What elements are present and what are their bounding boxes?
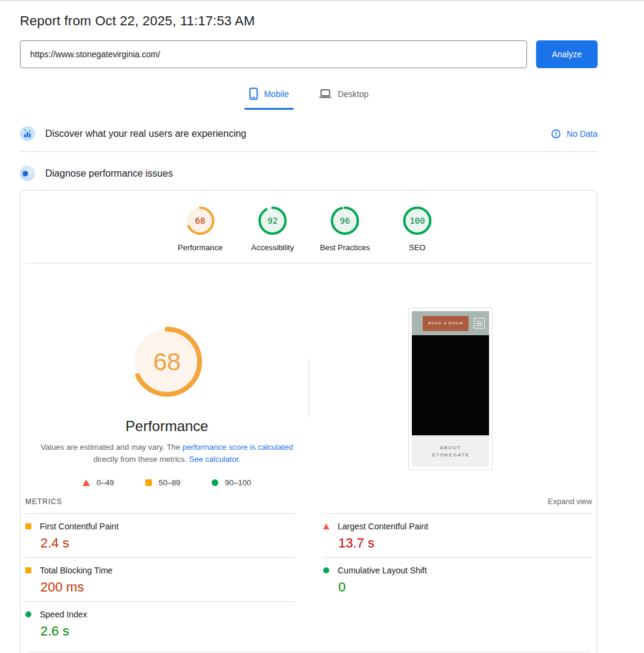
pagespeed-report: Report from Oct 22, 2025, 11:17:53 AM An…	[0, 13, 644, 653]
metric-value: 2.4 s	[40, 535, 294, 551]
screenshot-hero-image	[412, 335, 489, 435]
url-input[interactable]	[20, 40, 527, 68]
fail-triangle-icon	[323, 523, 329, 529]
footer-line: STONEGATE	[432, 452, 470, 458]
no-data-label: No Data	[567, 129, 598, 139]
tab-desktop[interactable]: Desktop	[314, 84, 373, 110]
performance-gauge-block: 68 Performance Values are estimated and …	[25, 263, 309, 487]
mobile-phone-icon	[249, 87, 258, 100]
score-label: Performance	[178, 243, 223, 252]
metric-value: 13.7 s	[338, 535, 592, 551]
performance-overview: 68 Performance Values are estimated and …	[25, 263, 592, 487]
info-icon	[551, 129, 561, 139]
metrics-title: METRICS	[25, 497, 62, 506]
metric-name: Total Blocking Time	[40, 566, 113, 575]
score-accessibility[interactable]: 92 Accessibility	[236, 206, 309, 252]
tab-mobile-label: Mobile	[264, 89, 289, 99]
analyze-button[interactable]: Analyze	[536, 40, 598, 68]
tab-mobile[interactable]: Mobile	[244, 84, 294, 110]
score-seo[interactable]: 100 SEO	[381, 206, 453, 252]
lighthouse-report-card: 68 Performance 92 Accessibility	[20, 190, 598, 653]
performance-gauge-icon: 68	[186, 206, 215, 235]
metric-value: 2.6 s	[40, 623, 294, 639]
metric-largest-contentful-paint: Largest Contentful Paint 13.7 s	[323, 513, 592, 557]
metric-cumulative-layout-shift: Cumulative Layout Shift 0	[323, 557, 592, 601]
metric-value: 200 ms	[40, 579, 294, 595]
score-label: Best Practices	[320, 243, 370, 252]
performance-big-gauge[interactable]: 68	[131, 326, 203, 398]
book-a-room-button: BOOK A ROOM	[423, 316, 469, 331]
fail-triangle-icon	[83, 479, 90, 486]
device-tabs: Mobile Desktop	[20, 84, 598, 110]
url-bar: Analyze	[20, 40, 598, 68]
screenshot-site-header: BOOK A ROOM	[412, 311, 489, 335]
field-section-title: Discover what your real users are experi…	[45, 128, 246, 139]
accessibility-gauge-icon: 92	[258, 206, 287, 235]
legend-average-range: 50–89	[145, 478, 180, 487]
metrics-header: METRICS Expand view	[25, 497, 592, 513]
footer-line: ABOUT	[440, 445, 461, 450]
score-legend: 0–49 50–89 90–100	[25, 478, 309, 487]
average-square-icon	[145, 479, 152, 486]
page-title: Report from Oct 22, 2025, 11:17:53 AM	[20, 13, 598, 29]
legend-pass-range: 90–100	[212, 478, 251, 487]
performance-heading: Performance	[25, 418, 309, 435]
metrics-grid: First Contentful Paint 2.4 s Largest Con…	[25, 513, 592, 645]
metric-name: Speed Index	[40, 610, 87, 619]
pass-circle-icon	[212, 479, 218, 486]
final-screenshot-block: BOOK A ROOM ABOUT STONEGATE	[309, 263, 593, 487]
legend-range-label: 90–100	[225, 478, 251, 487]
legend-fail-range: 0–49	[83, 478, 114, 487]
metric-total-blocking-time: Total Blocking Time 200 ms	[25, 557, 294, 601]
seo-gauge-icon: 100	[403, 206, 432, 235]
metric-value: 0	[338, 579, 592, 595]
disclaimer-text: directly from these metrics.	[93, 455, 189, 464]
legend-range-label: 50–89	[159, 478, 180, 487]
category-scores-row: 68 Performance 92 Accessibility	[25, 191, 592, 263]
svg-text:92: 92	[268, 216, 278, 226]
field-data-section-header[interactable]: Discover what your real users are experi…	[20, 116, 598, 152]
pass-circle-icon	[25, 611, 31, 617]
lab-section-title: Diagnose performance issues	[45, 168, 173, 179]
metric-speed-index: Speed Index 2.6 s	[25, 601, 294, 645]
svg-text:68: 68	[153, 348, 181, 376]
screenshot-footer-text: ABOUT STONEGATE	[412, 435, 489, 467]
lighthouse-diagnose-icon	[20, 166, 35, 181]
average-square-icon	[25, 523, 31, 529]
page-top-divider	[0, 0, 644, 1]
svg-text:100: 100	[409, 216, 425, 226]
score-best-practices[interactable]: 96 Best Practices	[309, 206, 381, 252]
disclaimer-text: Values are estimated and may vary. The	[41, 443, 183, 452]
metric-name: Cumulative Layout Shift	[338, 566, 427, 575]
score-label: Accessibility	[251, 243, 294, 252]
metric-first-contentful-paint: First Contentful Paint 2.4 s	[25, 513, 294, 557]
pass-circle-icon	[323, 567, 329, 573]
metric-name: Largest Contentful Paint	[338, 522, 428, 531]
legend-range-label: 0–49	[96, 478, 114, 487]
metric-name: First Contentful Paint	[40, 522, 119, 531]
real-users-chart-icon	[20, 126, 35, 141]
desktop-laptop-icon	[319, 89, 332, 99]
svg-text:68: 68	[195, 216, 206, 226]
average-square-icon	[25, 567, 31, 573]
hamburger-menu-icon	[474, 318, 485, 329]
score-performance[interactable]: 68 Performance	[164, 206, 236, 252]
tab-desktop-label: Desktop	[338, 89, 368, 99]
no-data-status[interactable]: No Data	[551, 129, 598, 139]
score-calc-link[interactable]: performance score is calculated	[182, 443, 293, 452]
score-label: SEO	[409, 243, 425, 252]
page-screenshot-thumbnail[interactable]: BOOK A ROOM ABOUT STONEGATE	[408, 308, 493, 470]
expand-view-link[interactable]: Expand view	[548, 497, 592, 506]
svg-text:96: 96	[340, 216, 350, 226]
see-calculator-link[interactable]: See calculator.	[189, 455, 241, 464]
lab-data-section-header: Diagnose performance issues	[20, 156, 598, 189]
score-disclaimer: Values are estimated and may vary. The p…	[40, 441, 294, 465]
best-practices-gauge-icon: 96	[330, 206, 359, 235]
